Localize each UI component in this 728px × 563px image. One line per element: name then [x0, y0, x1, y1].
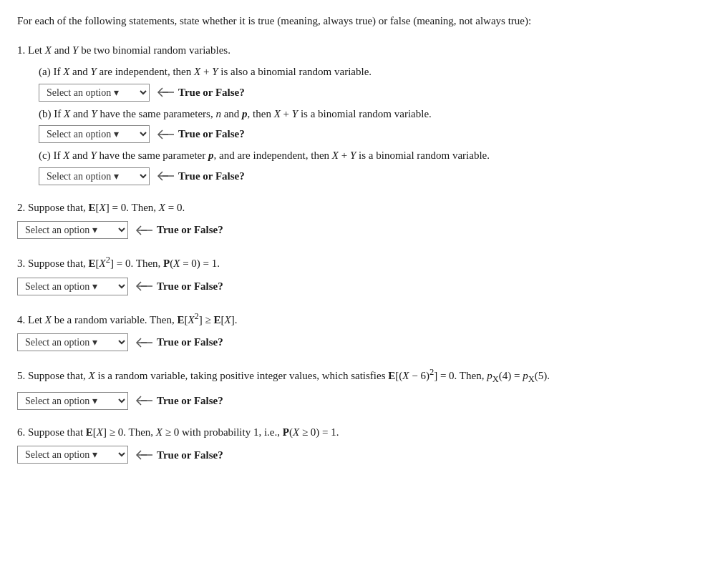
answer-row-1b: Select an option ▾ True False True or Fa…: [39, 125, 711, 143]
answer-row-1c: Select an option ▾ True False True or Fa…: [39, 167, 711, 185]
question-2-text: 2. Suppose that, E[X] = 0. Then, X = 0.: [17, 200, 711, 216]
intro-text: For each of the following statements, st…: [17, 13, 711, 29]
subquestion-1b-text: (b) If X and Y have the same parameters,…: [39, 106, 711, 122]
arrow-icon-1a: [155, 85, 175, 99]
dropdown-4[interactable]: Select an option ▾ True False: [17, 333, 128, 351]
true-or-false-label-4: True or False?: [134, 334, 223, 351]
subquestion-1c-text: (c) If X and Y have the same parameter p…: [39, 147, 711, 164]
subquestion-1a: (a) If X and Y are independent, then X +…: [39, 64, 711, 102]
dropdown-3[interactable]: Select an option ▾ True False: [17, 278, 128, 295]
true-or-false-label-1c: True or False?: [155, 168, 245, 185]
question-3-text: 3. Suppose that, E[X2] = 0. Then, P(X = …: [17, 253, 711, 272]
dropdown-6[interactable]: Select an option ▾ True False: [17, 446, 128, 464]
question-3: 3. Suppose that, E[X2] = 0. Then, P(X = …: [17, 253, 711, 295]
question-2: 2. Suppose that, E[X] = 0. Then, X = 0. …: [17, 200, 711, 240]
question-5: 5. Suppose that, X is a random variable,…: [17, 366, 711, 410]
question-4-text: 4. Let X be a random variable. Then, E[X…: [17, 310, 711, 328]
answer-row-1a: Select an option ▾ True False True or Fa…: [39, 84, 711, 102]
true-or-false-label-1a: True or False?: [155, 84, 245, 101]
true-or-false-label-1b: True or False?: [155, 126, 245, 142]
answer-row-2: Select an option ▾ True False True or Fa…: [17, 221, 711, 239]
true-or-false-label-5: True or False?: [134, 393, 223, 409]
arrow-icon-2: [134, 223, 154, 238]
dropdown-5[interactable]: Select an option ▾ True False: [17, 392, 128, 410]
dropdown-1a[interactable]: Select an option ▾ True False: [39, 84, 150, 102]
arrow-icon-1c: [155, 169, 175, 183]
true-or-false-label-3: True or False?: [134, 278, 223, 295]
answer-row-4: Select an option ▾ True False True or Fa…: [17, 333, 711, 351]
true-or-false-label-6: True or False?: [134, 447, 223, 464]
question-6: 6. Suppose that E[X] ≥ 0. Then, X ≥ 0 wi…: [17, 424, 711, 464]
question-5-text: 5. Suppose that, X is a random variable,…: [17, 366, 711, 386]
question-1: 1. Let X and Y be two binomial random va…: [17, 42, 711, 185]
arrow-icon-3: [134, 279, 154, 293]
subquestion-1b: (b) If X and Y have the same parameters,…: [39, 106, 711, 144]
dropdown-2[interactable]: Select an option ▾ True False: [17, 221, 128, 239]
arrow-icon-4: [134, 336, 154, 350]
arrow-icon-1b: [155, 127, 175, 142]
question-4: 4. Let X be a random variable. Then, E[X…: [17, 310, 711, 352]
true-or-false-label-2: True or False?: [134, 222, 223, 238]
subquestion-1a-text: (a) If X and Y are independent, then X +…: [39, 64, 711, 80]
dropdown-1c[interactable]: Select an option ▾ True False: [39, 167, 150, 185]
arrow-icon-6: [134, 448, 154, 462]
question-1-text: 1. Let X and Y be two binomial random va…: [17, 42, 711, 59]
arrow-icon-5: [134, 393, 154, 408]
subquestion-1c: (c) If X and Y have the same parameter p…: [39, 147, 711, 185]
answer-row-6: Select an option ▾ True False True or Fa…: [17, 446, 711, 464]
answer-row-5: Select an option ▾ True False True or Fa…: [17, 392, 711, 410]
dropdown-1b[interactable]: Select an option ▾ True False: [39, 125, 150, 143]
question-6-text: 6. Suppose that E[X] ≥ 0. Then, X ≥ 0 wi…: [17, 424, 711, 441]
answer-row-3: Select an option ▾ True False True or Fa…: [17, 278, 711, 295]
